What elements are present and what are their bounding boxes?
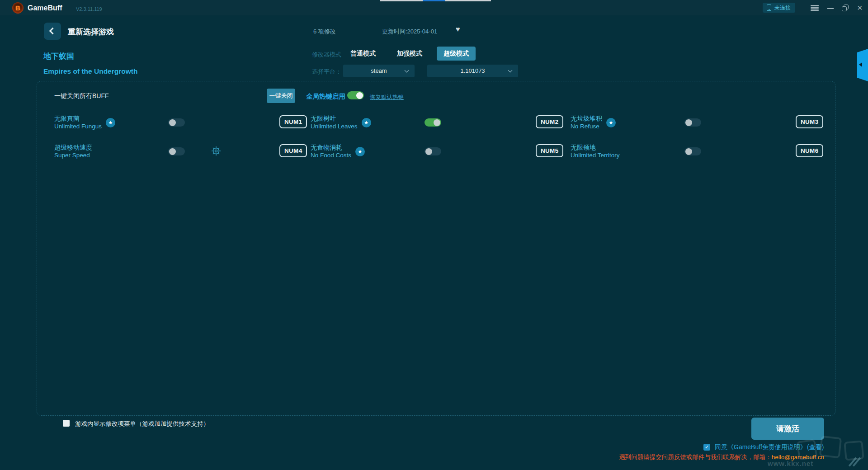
app-name: GameBuff: [28, 4, 62, 12]
toggle-knob: [356, 92, 363, 99]
mode-normal[interactable]: 普通模式: [350, 50, 376, 58]
gamebuff-logo-icon: B: [12, 2, 24, 14]
chevron-down-icon: [405, 68, 409, 73]
game-title-zh: 地下蚁国: [43, 51, 74, 61]
watermark-slash-icon: [852, 457, 863, 467]
cheat-name: 无垃圾堆积 No Refuse: [571, 114, 602, 131]
back-button[interactable]: [44, 23, 61, 40]
cheat-name-en: Super Speed: [54, 151, 92, 160]
cheat-toggle[interactable]: [425, 118, 441, 127]
cheat-item-no-refuse: 无垃圾堆积 No Refuse ★ NUM3: [571, 113, 824, 132]
close-all-button[interactable]: 一键关闭: [267, 89, 295, 103]
hotkey-badge[interactable]: NUM6: [796, 144, 823, 157]
restore-default-hotkeys-link[interactable]: 恢复默认热键: [370, 94, 404, 101]
app-version: V2.3.11.119: [76, 6, 102, 12]
platform-label: 选择平台：: [312, 68, 341, 76]
cheat-name-en: Unlimited Fungus: [54, 122, 102, 131]
background-window-strip-blue: [423, 0, 445, 1]
cheat-item-unlimited-fungus: 无限真菌 Unlimited Fungus ★ NUM1: [54, 113, 307, 132]
cheat-name: 无限树叶 Unlimited Leaves: [311, 114, 358, 131]
star-badge-icon: ★: [106, 118, 115, 127]
hotkey-badge[interactable]: NUM1: [279, 115, 307, 128]
update-time: 更新时间:2025-04-01: [382, 28, 437, 36]
back-chevron-icon: [49, 28, 57, 35]
cheat-name-zh: 无限真菌: [54, 114, 102, 122]
cheat-toggle[interactable]: [168, 118, 185, 127]
kkx-watermark-text: www.kkx.net: [768, 460, 813, 467]
game-version-value: 1.101073: [460, 67, 485, 74]
cheat-name-zh: 无限领地: [571, 143, 620, 151]
cheat-item-unlimited-territory: 无限领地 Unlimited Territory ★ NUM6: [571, 141, 824, 161]
minimize-icon[interactable]: [827, 8, 834, 9]
cheat-name-zh: 超级移动速度: [54, 143, 92, 151]
mods-count: 6 项修改: [313, 28, 336, 36]
mode-enhanced[interactable]: 加强模式: [397, 50, 422, 58]
cheat-name-zh: 无限树叶: [311, 114, 358, 122]
cheat-name: 无限真菌 Unlimited Fungus: [54, 114, 102, 131]
cheat-item-super-speed: 超级移动速度 Super Speed ★ NUM4: [54, 141, 307, 161]
star-badge-icon: ★: [362, 118, 371, 127]
close-all-buff-label: 一键关闭所有BUFF: [54, 92, 109, 100]
page-title: 重新选择游戏: [68, 27, 114, 37]
hotkey-badge[interactable]: NUM2: [536, 115, 563, 128]
side-panel-tab[interactable]: [857, 49, 868, 81]
cheat-toggle[interactable]: [168, 147, 185, 155]
gamebuff-window: B GameBuff V2.3.11.119 未连接 × 重新选择游戏 6 项修…: [0, 0, 868, 470]
cheat-name: 无限领地 Unlimited Territory: [571, 143, 620, 160]
close-icon[interactable]: ×: [857, 2, 863, 13]
maximize-icon[interactable]: [842, 5, 849, 11]
global-hotkey-label: 全局热键启用: [306, 92, 345, 101]
hotkey-badge[interactable]: NUM5: [536, 144, 563, 157]
star-badge-icon: ★: [606, 118, 616, 127]
global-hotkey-toggle[interactable]: [347, 91, 364, 99]
mode-super-selected[interactable]: 超级模式: [437, 47, 476, 61]
cheat-name: 无食物消耗 No Food Costs: [311, 143, 351, 160]
cheat-toggle[interactable]: [684, 118, 701, 127]
game-title-en: Empires of the Undergrowth: [43, 67, 137, 75]
ingame-menu-label: 游戏内显示修改项菜单（游戏加加提供技术支持）: [75, 420, 209, 428]
connection-status-label: 未连接: [774, 5, 791, 11]
chevron-left-icon: [859, 62, 862, 67]
agree-checkbox[interactable]: ✓: [703, 444, 710, 451]
ingame-menu-checkbox[interactable]: [63, 420, 70, 427]
hotkey-badge[interactable]: NUM3: [796, 115, 823, 128]
hotkey-badge[interactable]: NUM4: [279, 144, 307, 157]
cheat-name-en: No Refuse: [571, 122, 602, 131]
platform-value: steam: [371, 67, 387, 74]
cheat-toggle[interactable]: [425, 147, 441, 155]
support-text: 遇到问题请提交问题反馈或邮件与我们联系解决，邮箱：: [619, 454, 772, 461]
phone-icon: [767, 5, 771, 11]
agreement-label[interactable]: 同意《GameBuff免责使用说明》: [715, 443, 807, 451]
star-badge-icon: ★: [355, 147, 365, 156]
platform-dropdown[interactable]: steam: [343, 65, 415, 77]
menu-icon[interactable]: [811, 5, 819, 10]
cheat-name-zh: 无食物消耗: [311, 143, 351, 151]
chevron-down-icon: [508, 68, 513, 73]
cheat-name-en: No Food Costs: [311, 151, 351, 160]
cheat-name-en: Unlimited Territory: [571, 151, 620, 160]
cheat-name-zh: 无垃圾堆积: [571, 114, 602, 122]
titlebar: B GameBuff V2.3.11.119 未连接 ×: [0, 0, 868, 15]
game-version-dropdown[interactable]: 1.101073: [427, 65, 518, 77]
cheat-item-unlimited-leaves: 无限树叶 Unlimited Leaves ★ NUM2: [311, 113, 564, 132]
cheat-name: 超级移动速度 Super Speed: [54, 143, 92, 160]
background-window-strip: [380, 0, 491, 1]
trainer-mode-label: 修改器模式: [312, 51, 341, 59]
cheat-item-no-food-costs: 无食物消耗 No Food Costs ★ NUM5: [311, 141, 564, 161]
connection-status-badge[interactable]: 未连接: [763, 3, 795, 13]
gear-icon[interactable]: [211, 146, 222, 156]
cheat-name-en: Unlimited Leaves: [311, 122, 358, 131]
favorite-heart-icon[interactable]: ♥: [456, 25, 460, 33]
cheat-toggle[interactable]: [684, 147, 701, 155]
